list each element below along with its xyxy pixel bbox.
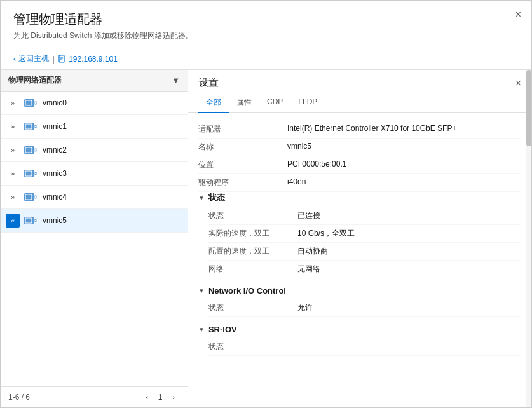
section-title: 状态: [208, 192, 225, 203]
expand-button[interactable]: »: [6, 167, 20, 180]
section-toggle-icon: ▼: [198, 326, 205, 333]
host-ip: 192.168.9.101: [69, 55, 118, 64]
manage-adapters-dialog: 管理物理适配器 为此 Distributed Switch 添加或移除物理网络适…: [0, 0, 532, 408]
left-panel-header: 物理网络适配器 ▼: [1, 70, 188, 92]
adapter-name: vmnic1: [43, 122, 67, 131]
property-label: 驱动程序: [198, 177, 287, 188]
adapter-item[interactable]: » vmnic2: [1, 139, 188, 162]
property-row: 状态 —: [208, 338, 521, 356]
back-to-host-link[interactable]: ‹ 返回主机: [13, 53, 49, 64]
section-properties: 状态 允许: [208, 299, 521, 317]
expand-button[interactable]: »: [6, 119, 20, 133]
property-row: 实际的速度，双工 10 Gb/s，全双工: [208, 225, 521, 243]
settings-section: ▼ SR-IOV状态 —: [198, 325, 521, 356]
adapter-item[interactable]: » vmnic4: [1, 186, 188, 209]
svg-point-7: [35, 102, 36, 104]
property-label: 状态: [208, 303, 297, 313]
nic-icon: [24, 192, 39, 202]
nic-icon: [24, 168, 39, 179]
section-header[interactable]: ▼ Network I/O Control: [198, 286, 521, 296]
host-ip-link[interactable]: 192.168.9.101: [58, 55, 118, 64]
property-label: 位置: [198, 160, 287, 170]
section-title: Network I/O Control: [208, 286, 286, 296]
adapter-item[interactable]: « vmnic5: [1, 209, 188, 233]
property-label: 实际的速度，双工: [208, 228, 297, 239]
settings-tab[interactable]: LLDP: [290, 93, 325, 113]
nic-icon: [24, 121, 39, 132]
property-value: —: [297, 341, 521, 350]
property-value: i40en: [287, 177, 521, 186]
back-icon: ‹: [13, 55, 16, 64]
settings-section: ▼ Network I/O Control状态 允许: [198, 286, 521, 317]
dialog-title: 管理物理适配器: [13, 11, 519, 28]
settings-tab[interactable]: 属性: [229, 93, 259, 113]
svg-point-15: [35, 149, 36, 151]
property-label: 网络: [208, 264, 297, 275]
dialog-subtitle: 为此 Distributed Switch 添加或移除物理网络适配器。: [13, 31, 519, 41]
section-properties: 状态 已连接实际的速度，双工 10 Gb/s，全双工配置的速度，双工 自动协商网…: [208, 207, 521, 278]
property-row: 状态 已连接: [208, 207, 521, 225]
property-label: 状态: [208, 341, 297, 352]
settings-close-button[interactable]: ×: [515, 78, 521, 89]
property-row: 适配器 Intel(R) Ethernet Controller X710 fo…: [198, 121, 521, 139]
property-label: 名称: [198, 142, 287, 153]
scrollbar-track: [526, 70, 531, 407]
dialog-close-button[interactable]: ×: [515, 10, 521, 20]
property-label: 适配器: [198, 124, 287, 135]
settings-header: 设置 ×: [188, 70, 531, 90]
right-panel: 设置 × 全部属性CDPLLDP 适配器 Intel(R) Ethernet C…: [188, 70, 531, 407]
property-value: 允许: [297, 303, 521, 313]
adapter-list: » vmnic0» vmnic1» vmnic2» vmnic3» vmnic4: [1, 92, 188, 386]
dialog-header: 管理物理适配器 为此 Distributed Switch 添加或移除物理网络适…: [1, 1, 531, 48]
property-row: 位置 PCI 0000:5e:00.1: [198, 156, 521, 174]
section-title: SR-IOV: [208, 325, 237, 334]
section-toggle-icon: ▼: [198, 194, 205, 201]
svg-point-19: [35, 173, 36, 174]
adapter-name: vmnic0: [43, 99, 67, 107]
adapter-name: vmnic5: [43, 216, 67, 225]
expand-button[interactable]: «: [6, 214, 20, 228]
dialog-body: 物理网络适配器 ▼ » vmnic0» vmnic1» vmnic2»: [1, 70, 531, 407]
settings-tab[interactable]: 全部: [198, 93, 229, 113]
document-icon: [58, 55, 66, 63]
property-value: vmnic5: [287, 142, 521, 151]
property-row: 驱动程序 i40en: [198, 174, 521, 192]
property-value: 自动协商: [297, 246, 521, 257]
adapter-name: vmnic4: [43, 193, 67, 201]
property-value: 10 Gb/s，全双工: [297, 228, 521, 239]
adapter-item[interactable]: » vmnic1: [1, 115, 188, 139]
section-toggle-icon: ▼: [198, 287, 205, 294]
svg-point-11: [35, 126, 36, 127]
breadcrumb: ‹ 返回主机 | 192.168.9.101: [1, 48, 531, 70]
expand-button[interactable]: »: [6, 96, 20, 110]
property-label: 状态: [208, 210, 297, 221]
property-value: 无网络: [297, 264, 521, 275]
adapter-item[interactable]: » vmnic0: [1, 92, 188, 115]
back-label: 返回主机: [18, 53, 49, 64]
property-row: 网络 无网络: [208, 261, 521, 278]
pagination: ‹ 1 ›: [140, 391, 180, 404]
nic-icon: [24, 98, 39, 108]
left-panel-footer: 1-6 / 6 ‹ 1 ›: [1, 386, 188, 407]
svg-point-23: [35, 196, 36, 198]
expand-button[interactable]: »: [6, 143, 20, 157]
property-row: 名称 vmnic5: [198, 139, 521, 156]
section-header[interactable]: ▼ 状态: [198, 192, 521, 203]
prev-page-button[interactable]: ‹: [140, 391, 153, 404]
adapter-name: vmnic3: [43, 169, 67, 178]
settings-tab[interactable]: CDP: [259, 93, 290, 113]
adapter-item[interactable]: » vmnic3: [1, 162, 188, 186]
property-value: Intel(R) Ethernet Controller X710 for 10…: [287, 124, 521, 133]
expand-button[interactable]: »: [6, 190, 20, 204]
breadcrumb-separator: |: [53, 55, 55, 64]
scrollbar-thumb[interactable]: [526, 70, 531, 146]
settings-tabs: 全部属性CDPLLDP: [188, 93, 531, 113]
nic-icon: [24, 215, 39, 226]
settings-title: 设置: [198, 76, 219, 90]
page-range: 1-6 / 6: [8, 393, 30, 402]
adapter-name: vmnic2: [43, 146, 67, 154]
section-header[interactable]: ▼ SR-IOV: [198, 325, 521, 334]
next-page-button[interactable]: ›: [167, 391, 180, 404]
filter-icon[interactable]: ▼: [172, 76, 180, 85]
property-value: PCI 0000:5e:00.1: [287, 160, 521, 168]
